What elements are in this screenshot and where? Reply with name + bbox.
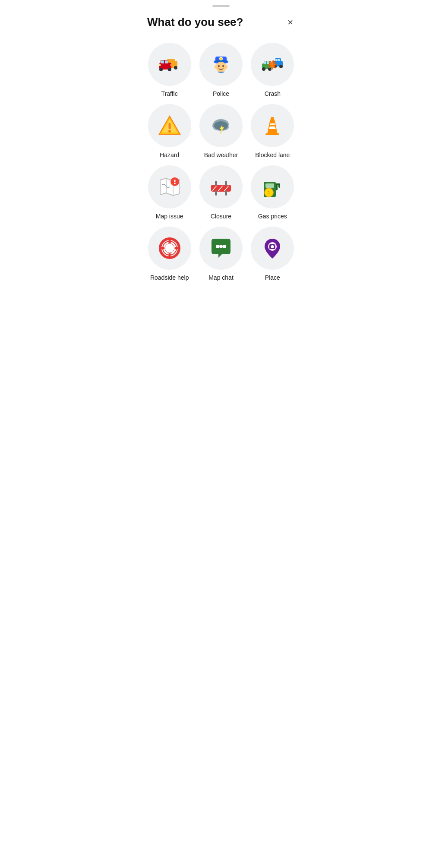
svg-point-81 — [271, 245, 274, 248]
closure-icon-circle — [199, 165, 243, 208]
svg-point-24 — [262, 67, 265, 71]
svg-point-7 — [168, 68, 171, 71]
police-icon-circle — [199, 43, 243, 86]
svg-point-31 — [279, 65, 283, 68]
bad-weather-label: Bad weather — [204, 152, 238, 158]
svg-rect-62 — [215, 190, 217, 196]
svg-rect-8 — [161, 60, 164, 63]
traffic-icon-circle — [148, 43, 191, 86]
bad-weather-icon-circle — [199, 104, 243, 147]
blocked-lane-label: Blocked lane — [255, 152, 290, 158]
place-item[interactable]: Place — [249, 227, 297, 281]
police-item[interactable]: Police — [197, 43, 245, 97]
roadside-help-label: Roadside help — [150, 274, 189, 281]
svg-point-77 — [219, 245, 223, 248]
category-grid: Traffic — [137, 36, 305, 298]
roadside-help-item[interactable]: Roadside help — [145, 227, 193, 281]
map-chat-label: Map chat — [208, 274, 234, 281]
blocked-lane-icon-circle — [251, 104, 294, 147]
close-button[interactable]: × — [286, 16, 295, 29]
map-chat-icon — [208, 235, 234, 261]
bad-weather-item[interactable]: Bad weather — [197, 104, 245, 158]
svg-point-83 — [275, 244, 276, 246]
page-title: What do you see? — [147, 16, 243, 29]
svg-rect-70 — [278, 183, 280, 188]
closure-label: Closure — [211, 213, 231, 220]
roadside-help-icon-circle — [148, 227, 191, 270]
gas-prices-icon: 1 — [259, 174, 285, 200]
police-icon — [208, 51, 234, 77]
svg-rect-9 — [165, 60, 168, 63]
closure-item[interactable]: Closure — [197, 165, 245, 220]
blocked-lane-item[interactable]: Blocked lane — [249, 104, 297, 158]
svg-rect-67 — [265, 183, 274, 188]
svg-point-78 — [223, 245, 226, 248]
svg-marker-46 — [270, 123, 275, 125]
svg-rect-64 — [215, 181, 217, 186]
svg-rect-26 — [264, 61, 266, 64]
svg-rect-63 — [225, 190, 227, 196]
place-label: Place — [265, 274, 280, 281]
blocked-lane-icon — [259, 113, 285, 139]
svg-text:1: 1 — [268, 190, 271, 195]
svg-point-76 — [216, 245, 219, 248]
svg-marker-45 — [269, 126, 276, 129]
svg-rect-48 — [265, 133, 279, 135]
map-chat-item[interactable]: Map chat — [197, 227, 245, 281]
traffic-label: Traffic — [161, 90, 178, 97]
map-chat-icon-circle — [199, 227, 243, 270]
place-icon-circle — [251, 227, 294, 270]
traffic-icon — [157, 51, 183, 77]
svg-point-20 — [215, 65, 217, 69]
crash-label: Crash — [265, 90, 281, 97]
traffic-item[interactable]: Traffic — [145, 43, 193, 97]
svg-point-19 — [222, 65, 224, 67]
map-issue-icon — [157, 174, 183, 200]
hazard-item[interactable]: Hazard — [145, 104, 193, 158]
svg-rect-82 — [272, 244, 275, 245]
crash-icon — [259, 51, 285, 77]
bad-weather-icon — [208, 113, 234, 139]
hazard-icon-circle — [148, 104, 191, 147]
map-issue-label: Map issue — [156, 213, 183, 220]
svg-point-49 — [271, 117, 274, 119]
map-issue-item[interactable]: Map issue — [145, 165, 193, 220]
header: What do you see? × — [137, 7, 305, 36]
svg-point-21 — [225, 65, 227, 69]
svg-point-3 — [174, 66, 177, 69]
closure-icon — [208, 174, 234, 200]
svg-rect-65 — [225, 181, 227, 186]
crash-item[interactable]: Crash — [249, 43, 297, 97]
svg-rect-36 — [168, 123, 170, 129]
hazard-label: Hazard — [160, 152, 179, 158]
svg-rect-11 — [170, 64, 171, 66]
police-label: Police — [213, 90, 229, 97]
svg-rect-33 — [278, 59, 280, 61]
gas-prices-label: Gas prices — [258, 213, 287, 220]
gas-prices-icon-circle: 1 — [251, 165, 294, 208]
svg-point-16 — [220, 58, 222, 60]
svg-rect-27 — [267, 61, 269, 64]
svg-point-18 — [218, 65, 220, 67]
svg-point-37 — [168, 130, 171, 133]
svg-point-55 — [174, 183, 176, 184]
svg-point-17 — [216, 62, 226, 72]
place-icon — [259, 235, 285, 261]
svg-rect-54 — [174, 180, 175, 182]
roadside-help-icon — [157, 235, 183, 261]
svg-rect-32 — [275, 59, 278, 61]
map-issue-icon-circle — [148, 165, 191, 208]
hazard-icon — [157, 113, 183, 139]
svg-point-6 — [159, 68, 163, 71]
crash-icon-circle — [251, 43, 294, 86]
gas-prices-item[interactable]: 1 Gas prices — [249, 165, 297, 220]
svg-rect-10 — [159, 64, 161, 66]
